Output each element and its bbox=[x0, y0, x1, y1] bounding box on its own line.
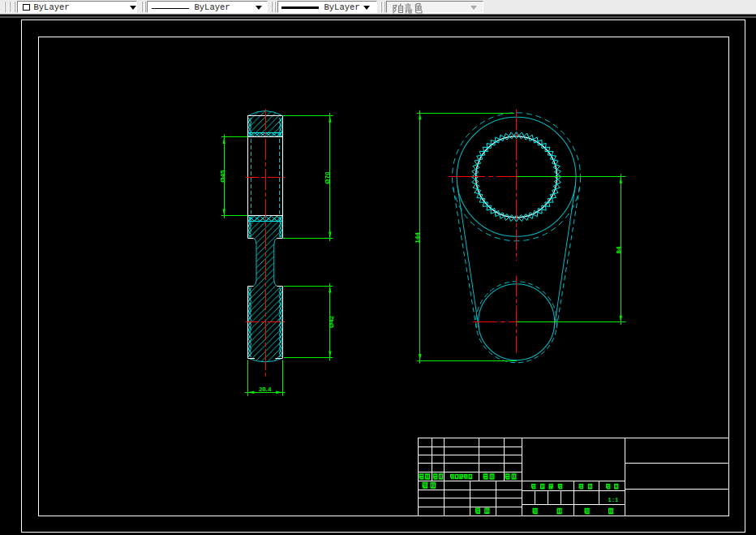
svg-text:84: 84 bbox=[615, 246, 622, 253]
svg-text:Ø42: Ø42 bbox=[328, 315, 335, 328]
svg-text:Ø45: Ø45 bbox=[219, 170, 226, 183]
svg-text:144: 144 bbox=[414, 232, 421, 244]
svg-text:1:1: 1:1 bbox=[608, 497, 618, 503]
svg-text:20.4: 20.4 bbox=[259, 386, 272, 393]
svg-text:Ø70: Ø70 bbox=[324, 171, 331, 184]
